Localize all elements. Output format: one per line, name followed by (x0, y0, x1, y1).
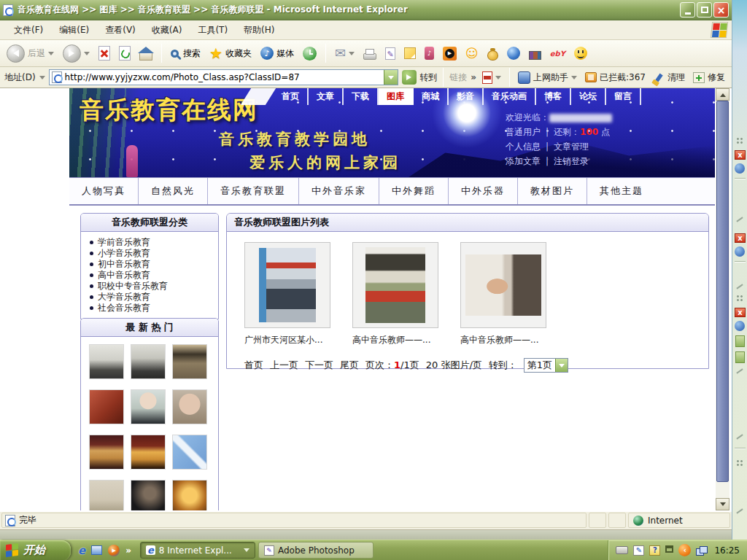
link-add-article[interactable]: 添加文章 (506, 156, 541, 166)
home-button[interactable] (137, 45, 155, 62)
media-button[interactable]: ♪ 媒体 (258, 45, 296, 61)
classify-item-junior[interactable]: 初中音乐教育 (87, 259, 214, 270)
cat-dance[interactable]: 中外舞蹈 (379, 178, 448, 204)
hot-thumbnail[interactable] (89, 389, 124, 424)
mobile-music-button[interactable]: ♪ (422, 45, 436, 61)
ebay-button[interactable]: ebY (548, 48, 568, 59)
edit-button[interactable]: ✎ (383, 46, 398, 61)
nav-animation[interactable]: 音乐动画 (484, 88, 536, 105)
scrollbar-thumb[interactable] (716, 101, 729, 482)
classify-item-vocational[interactable]: 职校中专音乐教育 (87, 281, 214, 292)
blocked-counter[interactable]: 已拦截:367 (583, 70, 648, 85)
nav-forum[interactable]: 论坛 (571, 88, 606, 105)
classify-item-university[interactable]: 大学音乐教育 (87, 292, 214, 303)
nav-blog[interactable]: 博客 (536, 88, 571, 105)
dock-green-button[interactable] (735, 335, 745, 347)
forward-dropdown-icon[interactable] (84, 52, 90, 58)
vertical-scrollbar[interactable] (716, 88, 729, 510)
menu-view[interactable]: 查看(V) (97, 24, 144, 36)
quick-launch-chevron[interactable]: » (125, 545, 131, 556)
network-tray-icon[interactable] (696, 546, 708, 555)
menu-help[interactable]: 帮助(H) (236, 24, 282, 36)
restore-tray-icon[interactable] (665, 545, 673, 553)
scroll-up-button[interactable] (716, 88, 729, 101)
address-input[interactable]: http://www.yyjyzxw.com/Photo_Class.asp?C… (49, 69, 399, 85)
history-button[interactable] (301, 45, 319, 62)
photo-card[interactable] (244, 242, 330, 328)
maximize-button[interactable] (697, 2, 712, 18)
address-dropdown-button[interactable] (384, 70, 398, 85)
menu-tools[interactable]: 工具(T) (190, 24, 236, 36)
cat-nature[interactable]: 自然风光 (138, 178, 207, 204)
hide-tray-icon[interactable]: ‹ (678, 544, 691, 556)
back-dropdown-icon[interactable] (48, 52, 54, 58)
messenger-button[interactable]: ☺ (463, 46, 481, 61)
page-select-dropdown-icon[interactable] (555, 359, 568, 372)
pager-next[interactable]: 下一页 (305, 359, 333, 372)
hot-thumbnail[interactable] (172, 480, 207, 510)
refresh-button[interactable] (117, 44, 133, 62)
cat-portraits[interactable]: 人物写真 (69, 178, 138, 204)
hot-thumbnail[interactable] (172, 389, 207, 424)
dock-app-icon[interactable] (735, 246, 745, 257)
classify-item-senior[interactable]: 高中音乐教育 (87, 270, 214, 281)
links-label[interactable]: 链接 (449, 71, 467, 84)
address-url[interactable]: http://www.yyjyzxw.com/Photo_Class.asp?C… (65, 72, 382, 82)
hot-thumbnail[interactable] (131, 480, 166, 510)
nav-av[interactable]: 影音 (449, 88, 484, 105)
hot-thumbnail[interactable] (172, 435, 207, 470)
dock-app-icon[interactable] (735, 321, 745, 331)
photo-caption[interactable]: 高中音乐教师——... (460, 334, 546, 346)
back-button[interactable]: 后退 (4, 43, 56, 64)
nav-downloads[interactable]: 下载 (344, 88, 379, 105)
start-button[interactable]: 开始 (0, 540, 71, 560)
cat-musicians[interactable]: 中外音乐家 (298, 178, 379, 204)
photo-card[interactable] (352, 242, 438, 328)
ime-tray-icon[interactable]: ✎ (633, 545, 644, 556)
scroll-down-button[interactable] (716, 498, 729, 510)
cat-music-edu-alliance[interactable]: 音乐教育联盟 (207, 178, 298, 204)
msn-button[interactable] (505, 45, 522, 61)
mail-button[interactable]: ✉ (333, 45, 357, 61)
link-article-manage[interactable]: 文章管理 (554, 141, 589, 152)
assistant-caret[interactable] (571, 76, 577, 82)
hot-thumbnail[interactable] (89, 344, 124, 379)
classify-item-social[interactable]: 社会音乐教育 (87, 303, 214, 314)
quick-launch-icon-2[interactable] (91, 545, 102, 555)
hot-thumbnail[interactable] (131, 435, 166, 470)
dock-grip[interactable] (736, 459, 743, 466)
keyboard-tray-icon[interactable] (616, 546, 628, 554)
pager-prev[interactable]: 上一页 (270, 359, 298, 372)
print-button[interactable] (361, 46, 379, 61)
cat-other[interactable]: 其他主题 (587, 178, 656, 204)
photo-thumbnail[interactable] (465, 254, 541, 316)
photo-card[interactable] (460, 242, 546, 328)
task-button-photoshop[interactable]: ✎ Adobe Photoshop (258, 542, 374, 559)
link-profile[interactable]: 个人信息 (506, 141, 541, 152)
menu-edit[interactable]: 编辑(E) (51, 24, 97, 36)
search-button[interactable]: 搜索 (169, 46, 203, 61)
dock-grip[interactable] (736, 295, 743, 301)
mail-dropdown-icon[interactable] (349, 52, 355, 58)
nav-gallery-active[interactable]: 图库 (379, 88, 414, 105)
hot-thumbnail[interactable] (131, 389, 166, 424)
clean-button[interactable]: 清理 (651, 70, 687, 85)
task-button-ie-group[interactable]: e 8 Internet Expl... (140, 542, 255, 559)
classify-item-primary[interactable]: 小学音乐教育 (87, 248, 214, 259)
repair-button[interactable]: 修复 (691, 70, 727, 85)
menu-favorites[interactable]: 收藏(A) (144, 24, 190, 36)
favorites-button[interactable]: ★ 收藏夹 (207, 44, 254, 62)
forward-button[interactable] (61, 43, 92, 64)
smiley-button[interactable] (572, 45, 589, 61)
pdf-button[interactable] (480, 70, 503, 85)
photo-thumbnail[interactable] (365, 247, 425, 323)
dock-close-icon[interactable]: x (735, 150, 746, 160)
window-titlebar[interactable]: 音乐教育在线网 >> 图库 >> 音乐教育联盟 >> 音乐教师联盟 - Micr… (0, 0, 732, 20)
dock-app-icon[interactable] (735, 163, 745, 174)
cat-instruments[interactable]: 中外乐器 (448, 178, 517, 204)
nav-home[interactable]: 首页 (274, 88, 309, 105)
assistant-button[interactable]: 上网助手 (516, 70, 579, 85)
dock-close-icon[interactable]: x (735, 233, 746, 243)
classify-item-preschool[interactable]: 学前音乐教育 (87, 237, 214, 248)
moneybag-button[interactable] (485, 45, 500, 62)
